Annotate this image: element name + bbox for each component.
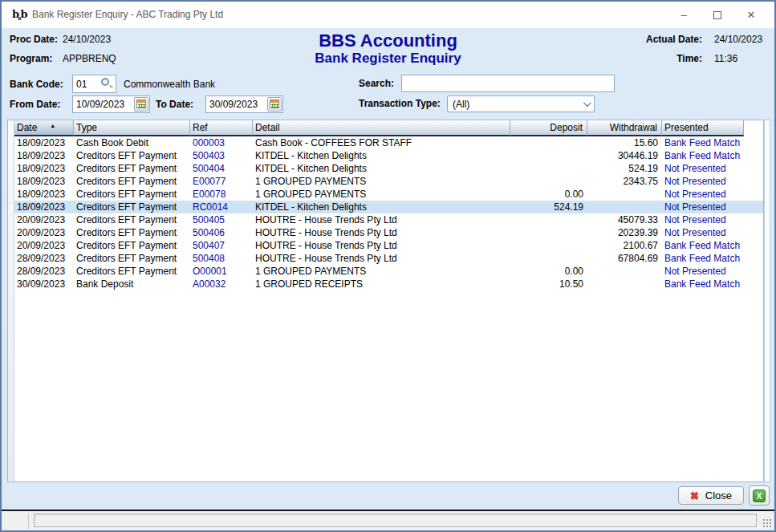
export-excel-button[interactable]: X [749, 485, 770, 506]
table-row[interactable]: 18/09/2023 Creditors EFT Payment E00078 … [14, 188, 763, 201]
cell-withdrawal [587, 278, 662, 290]
resize-grip[interactable] [762, 518, 772, 528]
cell-detail: HOUTRE - House Trends Pty Ltd [253, 226, 510, 239]
cell-ref-link[interactable]: 500406 [190, 226, 253, 239]
cell-ref-link[interactable]: A00032 [190, 278, 253, 290]
column-header-deposit[interactable]: Deposit [510, 120, 587, 136]
from-date-field[interactable] [72, 95, 150, 113]
cell-withdrawal [587, 188, 662, 201]
bank-name-text: Commonwealth Bank [124, 79, 215, 90]
chevron-down-icon [583, 99, 591, 107]
minimize-button[interactable]: – [667, 2, 701, 28]
table-row[interactable]: 20/09/2023 Creditors EFT Payment 500407 … [14, 239, 763, 252]
cell-detail: 1 GROUPED PAYMENTS [253, 175, 510, 188]
grid-header-row: Date▲ Type Ref Detail Deposit Withdrawal… [14, 120, 763, 136]
transaction-type-select[interactable]: (All) [447, 95, 595, 112]
cell-type: Creditors EFT Payment [74, 175, 190, 188]
cell-detail: 1 GROUPED RECEIPTS [253, 278, 510, 290]
cell-ref-link[interactable]: E00078 [190, 188, 253, 201]
cell-ref-link[interactable]: 500405 [190, 213, 253, 226]
actual-date-value: 24/10/2023 [714, 34, 762, 45]
cell-presented: Bank Feed Match [662, 252, 744, 265]
cell-date: 20/09/2023 [14, 213, 74, 226]
table-row[interactable]: 18/09/2023 Cash Book Debit 000003 Cash B… [14, 136, 763, 149]
cell-filler [744, 226, 763, 239]
cell-date: 28/09/2023 [14, 265, 74, 278]
cell-ref-link[interactable]: RC0014 [190, 201, 253, 213]
time-value: 11:36 [714, 53, 737, 64]
column-header-date[interactable]: Date▲ [14, 120, 74, 136]
cell-withdrawal [587, 201, 662, 213]
magnifier-icon[interactable] [101, 78, 113, 90]
cell-deposit [510, 226, 587, 239]
column-header-withdrawal[interactable]: Withdrawal [587, 120, 662, 136]
cell-detail: Cash Book - COFFEES FOR STAFF [253, 136, 510, 149]
to-date-calendar-icon[interactable] [267, 97, 282, 112]
cell-ref-link[interactable]: 500407 [190, 239, 253, 252]
table-row[interactable]: 18/09/2023 Creditors EFT Payment RC0014 … [14, 201, 763, 213]
from-date-calendar-icon[interactable] [134, 97, 148, 112]
close-window-button[interactable]: ✕ [734, 2, 768, 28]
cell-filler [744, 136, 763, 149]
cell-presented: Not Presented [662, 265, 744, 278]
cell-type: Creditors EFT Payment [74, 201, 190, 213]
cell-deposit [510, 213, 587, 226]
app-window: bsb Bank Register Enquiry - ABC Trading … [0, 0, 776, 532]
cell-withdrawal: 67804.69 [587, 252, 662, 265]
cell-type: Creditors EFT Payment [74, 226, 190, 239]
cell-presented: Not Presented [662, 201, 744, 213]
vertical-scrollbar[interactable] [764, 120, 770, 482]
column-header-type[interactable]: Type [74, 120, 190, 136]
bank-code-input[interactable] [73, 75, 101, 92]
from-date-input[interactable] [73, 96, 134, 112]
table-row[interactable]: 28/09/2023 Creditors EFT Payment O00001 … [14, 265, 763, 278]
cell-date: 18/09/2023 [14, 175, 74, 188]
cell-date: 20/09/2023 [14, 239, 74, 252]
table-row[interactable]: 30/09/2023 Bank Deposit A00032 1 GROUPED… [14, 278, 763, 290]
minimize-icon: – [681, 9, 686, 21]
search-input[interactable] [402, 75, 614, 91]
cell-presented: Bank Feed Match [662, 149, 744, 162]
cell-ref-link[interactable]: 500408 [190, 252, 253, 265]
table-row[interactable]: 18/09/2023 Creditors EFT Payment 500403 … [14, 149, 763, 162]
search-field[interactable] [401, 75, 615, 92]
cell-ref-link[interactable]: E00077 [190, 175, 253, 188]
table-row[interactable]: 20/09/2023 Creditors EFT Payment 500405 … [14, 213, 763, 226]
to-date-field[interactable] [205, 95, 283, 113]
cell-ref-link[interactable]: 000003 [190, 136, 253, 149]
table-body: 18/09/2023 Cash Book Debit 000003 Cash B… [14, 136, 763, 481]
table-row[interactable]: 18/09/2023 Creditors EFT Payment 500404 … [14, 162, 763, 175]
cell-deposit: 0.00 [510, 265, 587, 278]
bank-code-field[interactable] [72, 75, 116, 93]
cell-detail: HOUTRE - House Trends Pty Ltd [253, 239, 510, 252]
table-row[interactable]: 20/09/2023 Creditors EFT Payment 500406 … [14, 226, 763, 239]
cell-ref-link[interactable]: O00001 [190, 265, 253, 278]
main-panel: Proc Date: 24/10/2023 Program: APPBRENQ … [2, 28, 774, 530]
cell-type: Creditors EFT Payment [74, 265, 190, 278]
cell-ref-link[interactable]: 500404 [190, 162, 253, 175]
maximize-button[interactable] [701, 2, 734, 28]
cell-withdrawal: 15.60 [587, 136, 662, 149]
cell-date: 28/09/2023 [14, 252, 74, 265]
excel-export-icon: X [753, 489, 766, 502]
column-header-ref[interactable]: Ref [190, 120, 253, 136]
close-button[interactable]: ✖ Close [678, 486, 744, 505]
cell-filler [744, 278, 763, 290]
column-header-presented[interactable]: Presented [662, 120, 744, 136]
table-row[interactable]: 18/09/2023 Creditors EFT Payment E00077 … [14, 175, 763, 188]
to-date-input[interactable] [206, 96, 267, 112]
cell-date: 18/09/2023 [14, 136, 74, 149]
cell-presented: Not Presented [662, 162, 744, 175]
cell-ref-link[interactable]: 500403 [190, 149, 253, 162]
from-date-label: From Date: [10, 99, 60, 110]
cell-filler [744, 175, 763, 188]
column-header-detail[interactable]: Detail [253, 120, 510, 136]
cell-presented: Not Presented [662, 188, 744, 201]
cell-detail: KITDEL - Kitchen Delights [253, 201, 510, 213]
search-label: Search: [359, 78, 394, 89]
window-title: Bank Register Enquiry - ABC Trading Pty … [32, 9, 223, 20]
cell-presented: Not Presented [662, 175, 744, 188]
table-row[interactable]: 28/09/2023 Creditors EFT Payment 500408 … [14, 252, 763, 265]
cell-type: Creditors EFT Payment [74, 149, 190, 162]
cell-date: 30/09/2023 [14, 278, 74, 290]
